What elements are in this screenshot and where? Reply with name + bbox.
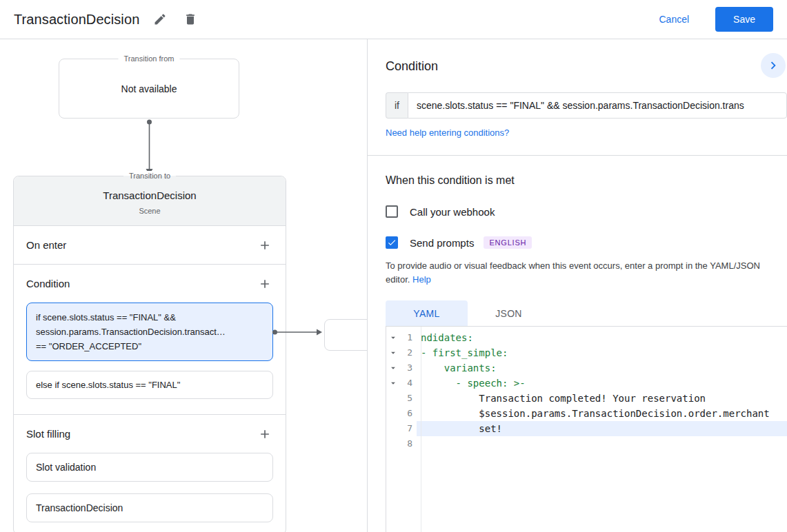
line-number: 5 <box>400 391 417 406</box>
line-number: 6 <box>400 406 417 421</box>
slot-filling-section: Slot filling Slot validation Transaction… <box>14 414 286 522</box>
delete-scene-button[interactable] <box>181 10 200 29</box>
fold-spacer <box>386 406 400 421</box>
plus-icon <box>258 277 272 291</box>
prompt-hint: To provide audio or visual feedback when… <box>386 259 773 287</box>
condition-input-row: if <box>386 92 787 119</box>
scene-card-header: TransactionDecision Scene <box>14 176 286 226</box>
slot-card[interactable]: Slot validation <box>26 453 273 482</box>
fold-spacer <box>386 391 400 406</box>
cancel-button[interactable]: Cancel <box>655 13 693 25</box>
code-text: - speech: >- <box>417 376 787 391</box>
condition-text-line: == "ORDER_ACCEPTED" <box>36 339 263 354</box>
editor-tabs: YAML JSON <box>386 300 773 326</box>
condition-label: Condition <box>26 278 70 289</box>
add-condition-button[interactable] <box>257 276 273 292</box>
condition-heading: Condition <box>386 59 787 74</box>
webhook-checkbox[interactable] <box>386 205 398 218</box>
line-number: 7 <box>400 421 417 436</box>
yaml-code-editor[interactable]: 1 ndidates: 2 - first_simple: 3 variants… <box>386 326 787 532</box>
line-number: 3 <box>400 360 417 376</box>
code-text: Transaction completed! Your reservation <box>417 391 787 406</box>
editor-line[interactable]: 8 <box>386 436 787 451</box>
gutter-divider <box>421 327 421 532</box>
when-condition-heading: When this condition is met <box>386 174 773 187</box>
when-condition-section: When this condition is met Call your web… <box>368 174 787 326</box>
transition-from-value: Not available <box>121 83 177 94</box>
chevron-right-icon <box>766 58 781 73</box>
page-title: TransactionDecision <box>14 12 139 28</box>
tab-yaml[interactable]: YAML <box>386 300 468 326</box>
send-prompts-row: Send prompts ENGLISH <box>386 236 773 249</box>
next-scene-node[interactable] <box>324 319 368 351</box>
slot-filling-label: Slot filling <box>26 428 70 440</box>
on-enter-row[interactable]: On enter <box>14 226 286 264</box>
collapse-panel-button[interactable] <box>761 53 786 78</box>
editor-line[interactable]: 6 $session.params.TransactionDecision.or… <box>386 406 787 421</box>
scene-type-label: Scene <box>14 206 286 216</box>
top-bar: TransactionDecision Cancel Save <box>0 0 787 39</box>
on-enter-label: On enter <box>26 239 66 251</box>
scene-name: TransactionDecision <box>14 188 286 203</box>
editor-line[interactable]: 5 Transaction completed! Your reservatio… <box>386 391 787 406</box>
language-badge: ENGLISH <box>484 236 532 249</box>
condition-detail-panel: Condition if Need help entering conditio… <box>368 39 787 532</box>
editor-line[interactable]: 1 ndidates: <box>386 330 787 345</box>
transition-from-label: Transition from <box>119 54 180 64</box>
fold-spacer <box>386 421 400 436</box>
flow-canvas: Transition from Not available Transition… <box>0 39 368 532</box>
transition-to-node: Transition to TransactionDecision Scene … <box>13 176 286 532</box>
condition-expression-input[interactable] <box>408 92 787 119</box>
connector-right-arrow <box>272 328 323 336</box>
condition-card-else[interactable]: else if scene.slots.status == "FINAL" <box>26 371 273 399</box>
help-link[interactable]: Help <box>412 274 431 285</box>
editor-line-active[interactable]: 7 set! <box>386 421 787 436</box>
condition-text-line: if scene.slots.status == "FINAL" && <box>36 310 263 325</box>
trash-icon <box>183 12 197 26</box>
edit-title-button[interactable] <box>150 10 170 29</box>
slot-card[interactable]: TransactionDecision <box>26 493 273 522</box>
main-split: Transition from Not available Transition… <box>0 39 787 532</box>
send-prompts-checkbox[interactable] <box>386 236 398 249</box>
fold-arrow-icon[interactable] <box>386 376 400 391</box>
webhook-label: Call your webhook <box>410 206 495 218</box>
editor-line[interactable]: 3 variants: <box>386 360 787 376</box>
condition-help-link[interactable]: Need help entering conditions? <box>386 127 509 138</box>
line-number: 2 <box>400 345 417 360</box>
send-prompts-label: Send prompts <box>410 237 474 249</box>
webhook-row: Call your webhook <box>386 205 773 218</box>
fold-arrow-icon[interactable] <box>386 360 400 376</box>
add-on-enter-button[interactable] <box>257 237 273 254</box>
line-number: 8 <box>400 436 417 451</box>
fold-arrow-icon[interactable] <box>386 330 400 345</box>
checkmark-icon <box>387 238 397 247</box>
line-number: 1 <box>400 330 417 345</box>
code-text: ndidates: <box>417 330 787 345</box>
code-text: - first_simple: <box>417 345 787 360</box>
transition-from-node: Transition from Not available <box>59 59 239 119</box>
editor-line[interactable]: 4 - speech: >- <box>386 376 787 391</box>
plus-icon <box>258 238 272 252</box>
condition-section: Condition if scene.slots.status == "FINA… <box>14 264 286 399</box>
tab-json[interactable]: JSON <box>468 300 550 326</box>
plus-icon <box>258 427 272 441</box>
slot-filling-row[interactable]: Slot filling <box>14 415 286 453</box>
prompt-hint-text: To provide audio or visual feedback when… <box>386 260 760 285</box>
condition-text-line: session.params.TransactionDecision.trans… <box>36 325 263 339</box>
code-text <box>417 436 787 451</box>
line-number: 4 <box>400 376 417 391</box>
editor-line[interactable]: 2 - first_simple: <box>386 345 787 360</box>
save-button[interactable]: Save <box>715 7 773 32</box>
code-text: set! <box>417 421 787 436</box>
add-slot-button[interactable] <box>257 426 273 442</box>
code-text: $session.params.TransactionDecision.orde… <box>417 406 787 421</box>
condition-row[interactable]: Condition <box>14 265 286 303</box>
if-prefix-chip: if <box>386 92 408 119</box>
condition-card-selected[interactable]: if scene.slots.status == "FINAL" && sess… <box>26 303 273 361</box>
condition-header-section: Condition <box>368 39 787 74</box>
fold-spacer <box>386 436 400 451</box>
pencil-icon <box>153 12 167 26</box>
transition-to-label: Transition to <box>123 171 176 181</box>
code-text: variants: <box>417 360 787 376</box>
fold-arrow-icon[interactable] <box>386 345 400 360</box>
